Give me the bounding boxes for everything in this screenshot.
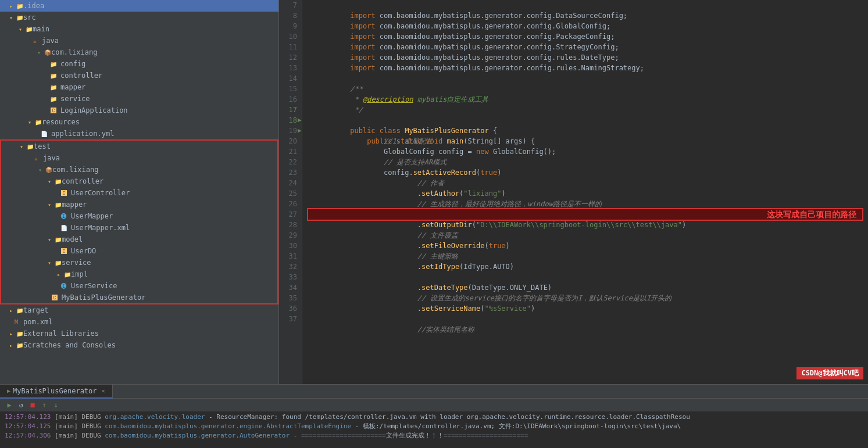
tree-item-test-mapper[interactable]: ▾ 📁 mapper xyxy=(1,199,277,210)
folder-icon: ▾ 📁 xyxy=(50,235,59,244)
code-line-15: * @description mybatis自定生成工具 xyxy=(308,84,862,94)
code-line-36 xyxy=(308,303,862,314)
code-line-20: GlobalConfig config = new GlobalConfig()… xyxy=(308,136,862,146)
code-line-26: //TODO TODO TODO TODO xyxy=(308,199,862,209)
tree-item-usermapperxml[interactable]: 📄 UserMapper.xml xyxy=(1,222,277,234)
log-line-3: 12:57:04.306 [main] DEBUG com.baomidou.m… xyxy=(5,431,863,440)
code-line-10: import com.baomidou.mybatisplus.generato… xyxy=(308,31,862,42)
code-line-33: .setDateType(DateType.ONLY_DATE) xyxy=(308,272,862,282)
tree-item-usercontroller[interactable]: 🅲 UserController xyxy=(1,187,277,199)
code-line-34: // 设置生成的service接口的名字的首字母是否为I，默认Service是以… xyxy=(308,282,862,293)
tree-item-pom[interactable]: M pom.xml xyxy=(0,316,278,328)
tree-item-test-controller[interactable]: ▾ 📁 controller xyxy=(1,175,277,187)
run-button[interactable]: ▶ xyxy=(5,400,14,410)
run-tab-generator[interactable]: ▶ MyBatisPlusGenerator ✕ xyxy=(0,385,113,399)
tree-item-ext-libs[interactable]: ▸ 📁 External Libraries xyxy=(0,328,278,339)
tree-item-com-lixiang[interactable]: ▾ 📦 com.lixiang xyxy=(0,46,278,58)
run-icon: ▶ xyxy=(7,384,10,398)
log-line-1: 12:57:04.123 [main] DEBUG org.apache.vel… xyxy=(5,413,863,422)
code-line-21: // 是否支持AR模式 xyxy=(308,146,862,157)
tree-label: java xyxy=(43,154,60,162)
tree-item-idea[interactable]: ▸ 📁 .idea xyxy=(0,0,278,12)
tree-item-config[interactable]: 📁 config xyxy=(0,58,278,70)
interface-icon: 🅘 xyxy=(59,212,69,221)
tree-label: main xyxy=(33,25,49,33)
code-line-17: ▶ public class MyBatisPlusGenerator { xyxy=(308,105,862,115)
tree-item-generator[interactable]: 🅲 MyBatisPlusGenerator xyxy=(1,292,277,303)
tree-item-mapper[interactable]: 📁 mapper xyxy=(0,81,278,93)
tree-item-scratches[interactable]: ▸ 📁 Scratches and Consoles xyxy=(0,339,278,351)
folder-icon: ▾ 📁 xyxy=(21,24,30,34)
tree-label: test xyxy=(34,142,51,150)
tree-item-test-model[interactable]: ▾ 📁 model xyxy=(1,234,277,245)
code-line-16: */ xyxy=(308,94,862,105)
tree-item-userservice[interactable]: 🅘 UserService xyxy=(1,280,277,292)
tree-item-usermapper[interactable]: 🅘 UserMapper xyxy=(1,210,277,222)
code-editor[interactable]: 7 8 9 10 11 12 13 14 15 16 17 18 19 20 2… xyxy=(279,0,868,384)
down-button[interactable]: ↓ xyxy=(51,400,60,410)
run-tab-bar[interactable]: ▶ MyBatisPlusGenerator ✕ xyxy=(0,385,868,399)
maven-icon: M xyxy=(12,317,21,327)
interface-icon: 🅘 xyxy=(59,281,69,291)
code-line-37: //实体类结尾名称 xyxy=(308,314,862,324)
up-button[interactable]: ↑ xyxy=(40,400,49,410)
tree-label: UserMapper xyxy=(71,212,113,220)
class-icon: 🅲 xyxy=(49,106,58,115)
code-line-29: .setFileOverride(true) xyxy=(308,230,862,241)
tree-item-controller[interactable]: 📁 controller xyxy=(0,70,278,81)
tree-label: LoginApplication xyxy=(60,106,128,114)
class-icon: 🅲 xyxy=(59,246,69,256)
annotation-text: 这块写成自己项目的路径 xyxy=(767,209,856,220)
rerun-button[interactable]: ↺ xyxy=(16,400,26,410)
code-line-27: .setOutputDir("D:\\IDEAWork\\springboot-… xyxy=(308,209,862,220)
tree-item-test-java[interactable]: ☕ java xyxy=(1,152,277,164)
tree-item-resources[interactable]: ▾ 📁 resources xyxy=(0,116,278,128)
code-line-24: .setAuthor("lixiang") xyxy=(308,178,862,188)
folder-icon: 📁 xyxy=(49,71,58,80)
folder-icon: ▸ 📁 xyxy=(12,329,21,338)
tree-item-service[interactable]: 📁 service xyxy=(0,93,278,105)
tree-item-target[interactable]: ▸ 📁 target xyxy=(0,304,278,316)
code-line-8: import com.baomidou.mybatisplus.generato… xyxy=(308,10,862,21)
folder-icon: ▸ 📁 xyxy=(59,270,69,279)
folder-icon: ▾ 📁 xyxy=(50,177,59,186)
run-tab-label: MyBatisPlusGenerator xyxy=(13,384,97,398)
tree-label: application.yml xyxy=(51,130,114,138)
code-line-7: import com.baomidou.mybatisplus.generato… xyxy=(308,0,862,10)
csdn-watermark: CSDN@我就叫CV吧 xyxy=(796,367,863,379)
code-line-28: // 文件覆盖 xyxy=(308,220,862,230)
tree-label: config xyxy=(60,60,85,68)
run-output: 12:57:04.123 [main] DEBUG org.apache.vel… xyxy=(0,411,868,448)
tree-label: UserDO xyxy=(71,247,96,255)
tree-item-main[interactable]: ▾ 📁 main xyxy=(0,23,278,35)
code-line-13 xyxy=(308,63,862,73)
code-line-11: import com.baomidou.mybatisplus.generato… xyxy=(308,42,862,52)
log-line-2: 12:57:04.125 [main] DEBUG com.baomidou.m… xyxy=(5,422,863,431)
file-tree[interactable]: ▸ 📁 .idea ▾ 📁 src ▾ 📁 main ☕ java ▾ 📦 co… xyxy=(0,0,279,384)
close-tab-button[interactable]: ✕ xyxy=(102,384,105,398)
tree-item-test-service[interactable]: ▾ 📁 service xyxy=(1,257,277,268)
test-section: ▾ 📁 test ☕ java ▾ 📦 com.lixiang ▾ 📁 cont… xyxy=(0,139,278,304)
tree-label: controller xyxy=(60,71,102,80)
folder-icon: 📁 xyxy=(49,94,58,103)
code-line-19: //1. 全局配置 xyxy=(308,126,862,136)
tree-item-userdo[interactable]: 🅲 UserDO xyxy=(1,245,277,257)
tree-item-test[interactable]: ▾ 📁 test xyxy=(1,141,277,152)
folder-icon: ▸ 📁 xyxy=(12,1,21,10)
code-line-25: // 生成路径，最好使用绝对路径，window路径是不一样的 xyxy=(308,188,862,199)
tree-item-java[interactable]: ☕ java xyxy=(0,35,278,46)
tree-label: mapper xyxy=(60,83,85,91)
tree-item-src[interactable]: ▾ 📁 src xyxy=(0,12,278,23)
tree-item-test-package[interactable]: ▾ 📦 com.lixiang xyxy=(1,164,277,175)
stop-button[interactable]: ■ xyxy=(28,400,37,410)
code-line-18: ▶ public static void main(String[] args)… xyxy=(308,115,862,126)
tree-label: com.lixiang xyxy=(51,48,97,56)
tree-item-yml[interactable]: 📄 application.yml xyxy=(0,128,278,139)
tree-item-loginapp[interactable]: 🅲 LoginApplication xyxy=(0,105,278,116)
run-controls: ▶ ↺ ■ ↑ ↓ xyxy=(0,399,868,411)
folder-icon: ▸ 📁 xyxy=(12,341,21,350)
tree-label: pom.xml xyxy=(23,318,53,326)
tree-item-impl[interactable]: ▸ 📁 impl xyxy=(1,268,277,280)
code-line-12: import com.baomidou.mybatisplus.generato… xyxy=(308,52,862,63)
tree-label: src xyxy=(23,13,36,21)
